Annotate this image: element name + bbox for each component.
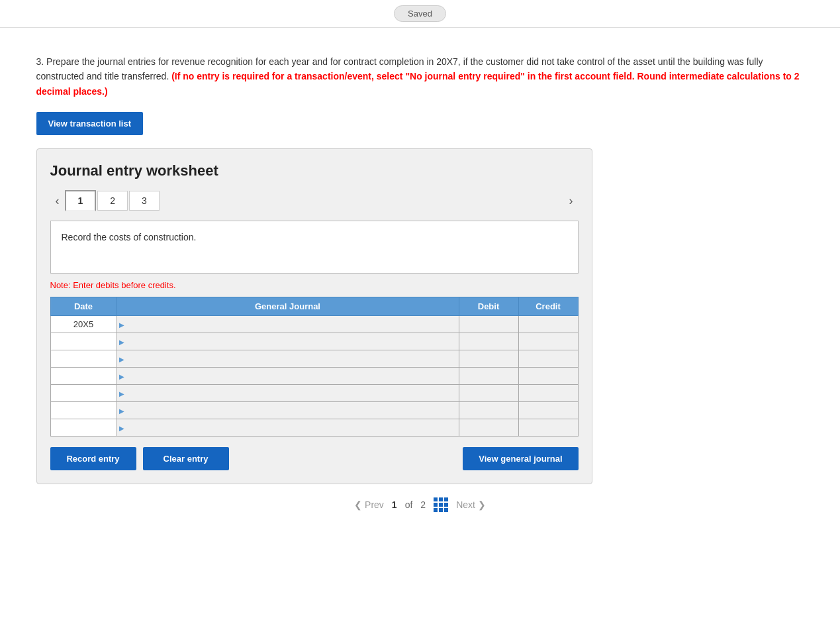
row-5-debit-input[interactable] [459, 385, 518, 401]
row-7-debit-input[interactable] [459, 419, 518, 436]
table-row [50, 385, 578, 402]
row-2-journal[interactable] [117, 333, 459, 350]
row-5-debit[interactable] [459, 385, 518, 402]
row-2-credit-input[interactable] [519, 333, 578, 350]
col-header-journal: General Journal [117, 297, 459, 316]
worksheet-container: Journal entry worksheet ‹ 1 2 3 › Record… [36, 148, 592, 484]
tab-2[interactable]: 2 [97, 191, 128, 211]
question-text: 3. Prepare the journal entries for reven… [36, 54, 804, 99]
saved-badge: Saved [394, 5, 446, 22]
view-general-journal-button[interactable]: View general journal [463, 447, 578, 470]
col-header-credit: Credit [518, 297, 578, 316]
table-row [50, 402, 578, 419]
prev-label: Prev [365, 499, 384, 510]
view-transaction-list-button[interactable]: View transaction list [36, 112, 143, 135]
row-3-date [50, 350, 117, 368]
worksheet-title: Journal entry worksheet [50, 162, 579, 180]
top-bar: Saved [0, 0, 840, 28]
table-row: 20X5 [50, 316, 578, 333]
clear-entry-button[interactable]: Clear entry [143, 447, 229, 470]
row-2-credit[interactable] [518, 333, 578, 350]
row-5-credit-input[interactable] [519, 385, 578, 401]
grid-view-icon[interactable] [434, 497, 448, 512]
row-5-date [50, 385, 117, 402]
chevron-right-icon: ❯ [478, 499, 486, 510]
row-7-date [50, 419, 117, 437]
row-7-debit[interactable] [459, 419, 518, 437]
row-4-journal-input[interactable] [117, 368, 459, 384]
row-2-debit-input[interactable] [459, 333, 518, 350]
instruction-text: Record the costs of construction. [62, 232, 197, 242]
row-5-journal[interactable] [117, 385, 459, 402]
row-5-credit[interactable] [518, 385, 578, 402]
row-1-journal[interactable] [117, 316, 459, 333]
row-4-journal[interactable] [117, 368, 459, 385]
row-6-credit-input[interactable] [519, 402, 578, 419]
row-6-journal-input[interactable] [117, 402, 459, 419]
main-content: 3. Prepare the journal entries for reven… [23, 28, 817, 532]
row-1-journal-input[interactable] [117, 316, 459, 333]
table-row [50, 368, 578, 385]
row-3-credit-input[interactable] [519, 350, 578, 367]
tab-prev-button[interactable]: ‹ [50, 191, 65, 211]
row-4-date [50, 368, 117, 385]
row-3-credit[interactable] [518, 350, 578, 368]
row-7-credit[interactable] [518, 419, 578, 437]
of-label: of [405, 499, 413, 510]
row-7-journal[interactable] [117, 419, 459, 437]
row-3-debit-input[interactable] [459, 350, 518, 367]
prev-button[interactable]: ❮ Prev [354, 499, 384, 510]
row-1-debit[interactable] [459, 316, 518, 333]
row-6-date [50, 402, 117, 419]
next-label: Next [456, 499, 475, 510]
row-3-journal[interactable] [117, 350, 459, 368]
row-4-debit-input[interactable] [459, 368, 518, 384]
next-button[interactable]: Next ❯ [456, 499, 486, 510]
table-row [50, 333, 578, 350]
col-header-debit: Debit [459, 297, 518, 316]
note-text: Note: Enter debits before credits. [50, 280, 579, 290]
row-6-debit[interactable] [459, 402, 518, 419]
journal-table: Date General Journal Debit Credit 20X5 [50, 297, 579, 437]
table-row [50, 350, 578, 368]
row-1-credit[interactable] [518, 316, 578, 333]
instruction-box: Record the costs of construction. [50, 221, 579, 274]
buttons-row: Record entry Clear entry View general jo… [50, 447, 579, 470]
row-7-journal-input[interactable] [117, 419, 459, 436]
record-entry-button[interactable]: Record entry [50, 447, 136, 470]
row-7-credit-input[interactable] [519, 419, 578, 436]
tab-3[interactable]: 3 [129, 191, 160, 211]
chevron-left-icon: ❮ [354, 499, 362, 510]
row-6-credit[interactable] [518, 402, 578, 419]
row-1-debit-input[interactable] [459, 316, 518, 333]
tabs-row: ‹ 1 2 3 › [50, 190, 579, 211]
col-header-date: Date [50, 297, 117, 316]
tab-1[interactable]: 1 [65, 190, 97, 211]
row-2-debit[interactable] [459, 333, 518, 350]
row-6-debit-input[interactable] [459, 402, 518, 419]
row-4-credit[interactable] [518, 368, 578, 385]
row-5-journal-input[interactable] [117, 385, 459, 401]
table-row [50, 419, 578, 437]
total-pages: 2 [420, 499, 426, 510]
row-2-date [50, 333, 117, 350]
row-6-journal[interactable] [117, 402, 459, 419]
row-4-debit[interactable] [459, 368, 518, 385]
row-1-credit-input[interactable] [519, 316, 578, 333]
row-2-journal-input[interactable] [117, 333, 459, 350]
row-4-credit-input[interactable] [519, 368, 578, 384]
pagination-bar: ❮ Prev 1 of 2 Next ❯ [36, 484, 804, 519]
row-3-journal-input[interactable] [117, 350, 459, 367]
tab-next-button[interactable]: › [564, 191, 579, 211]
current-page: 1 [392, 499, 397, 510]
row-1-date: 20X5 [50, 316, 117, 333]
row-3-debit[interactable] [459, 350, 518, 368]
